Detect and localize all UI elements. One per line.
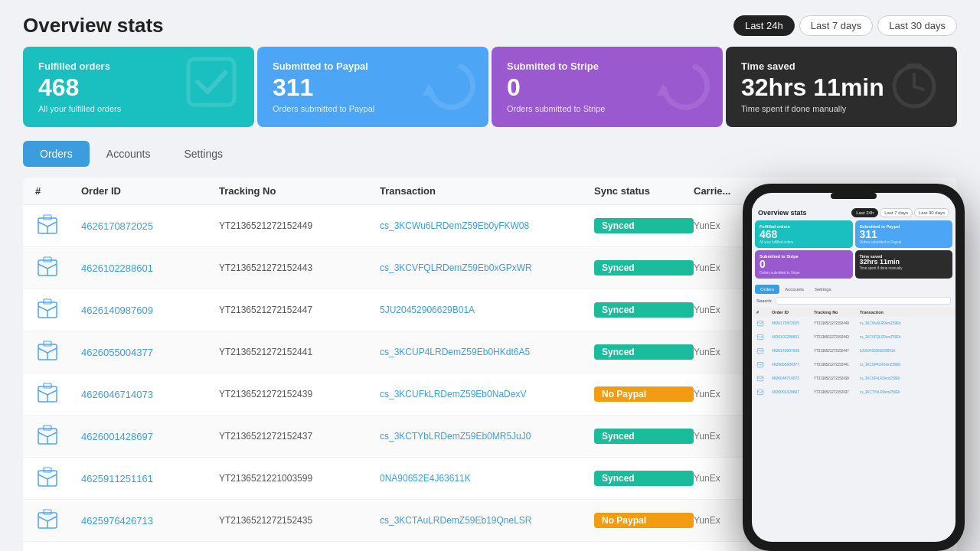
time-filter-30d[interactable]: Last 30 days bbox=[877, 15, 957, 36]
phone-col-trans: Transaction bbox=[860, 310, 951, 315]
transaction-id: cs_3KCTYbLRDemZ59Eb0MR5JuJ0 bbox=[380, 431, 594, 442]
tab-orders[interactable]: Orders bbox=[23, 141, 90, 167]
phone-outer: Overview stats Last 24h Last 7 days Last… bbox=[743, 184, 965, 551]
ph-row-tracking: YT2136521272152439 bbox=[814, 377, 860, 380]
ph-row-transaction: cs_3KCWu6LRDemZ59Eb bbox=[860, 321, 951, 325]
row-icon bbox=[35, 507, 81, 534]
tracking-no: YT2136521272152437 bbox=[219, 431, 380, 442]
ph-row-tracking: YT2136521272152449 bbox=[814, 321, 860, 325]
phone-stat-value-stripe: 0 bbox=[760, 259, 848, 270]
ph-row-order: 4626055004377 bbox=[772, 362, 814, 367]
phone-stat-time: Time saved 32hrs 11min Time spent if don… bbox=[855, 250, 953, 278]
refresh-icon-stripe bbox=[649, 51, 710, 123]
tracking-no: YT2136521272152439 bbox=[219, 389, 380, 399]
col-sync: Sync status bbox=[594, 185, 694, 197]
sync-badge: Synced bbox=[594, 302, 694, 318]
phone-search: Search: bbox=[752, 294, 956, 308]
phone-table-row: 4626055004377 YT2136521272152441 cs_3KCU… bbox=[752, 358, 956, 372]
order-link[interactable]: 4626140987609 bbox=[81, 305, 219, 316]
phone-search-input[interactable] bbox=[776, 297, 951, 305]
phone-search-label: Search: bbox=[756, 298, 773, 303]
phone-tab-accounts: Accounts bbox=[779, 285, 809, 294]
order-link[interactable]: 4626055004377 bbox=[81, 347, 219, 358]
ph-row-tracking: YT2136521272152437 bbox=[814, 390, 860, 394]
row-icon bbox=[35, 380, 81, 408]
order-link[interactable]: 4626001428697 bbox=[81, 431, 219, 442]
svg-rect-21 bbox=[44, 383, 51, 388]
time-filter-24h[interactable]: Last 24h bbox=[733, 15, 795, 36]
phone-header: Overview stats Last 24h Last 7 days Last… bbox=[752, 204, 956, 220]
ph-row-order: 4626102288601 bbox=[772, 334, 814, 339]
sync-badge: No Paypal bbox=[594, 386, 694, 402]
sync-badge: Synced bbox=[594, 218, 694, 233]
row-icon bbox=[35, 338, 81, 366]
ph-row-transaction: cs_3KCTYbLRDemZ59Eb bbox=[860, 390, 951, 394]
tab-accounts[interactable]: Accounts bbox=[90, 141, 168, 167]
timer-icon bbox=[884, 51, 945, 123]
transaction-id: cs_3KCUFkLRDemZ59Eb0NaDexV bbox=[380, 389, 594, 399]
phone-stat-desc-stripe: Orders submitted to Stripe bbox=[760, 271, 848, 275]
phone-stats: Fulfilled orders 468 All your fulfilled … bbox=[752, 220, 956, 282]
stat-card-fulfilled: Fulfilled orders 468 All your fulfilled … bbox=[23, 47, 254, 127]
order-link[interactable]: 4626046714073 bbox=[81, 389, 219, 400]
phone-table-row: 4626046714073 YT2136521272152439 cs_3KCU… bbox=[752, 372, 956, 386]
sync-badge: Synced bbox=[594, 260, 694, 276]
ph-row-icon bbox=[756, 319, 772, 328]
phone-table-row: 4626102288601 YT2136521272152443 cs_3KCV… bbox=[752, 331, 956, 344]
col-tracking: Tracking No bbox=[219, 185, 380, 197]
phone-stat-value-paypal: 311 bbox=[860, 229, 949, 240]
ph-row-order: 4626046714073 bbox=[772, 376, 814, 380]
tracking-no: YT2136521221003599 bbox=[219, 473, 380, 484]
col-transaction: Transaction bbox=[380, 185, 594, 197]
svg-marker-2 bbox=[657, 83, 669, 96]
svg-rect-27 bbox=[44, 468, 51, 472]
phone-notch bbox=[831, 193, 877, 199]
time-filter-group: Last 24h Last 7 days Last 30 days bbox=[733, 15, 957, 36]
order-link[interactable]: 4625976426713 bbox=[81, 515, 219, 527]
phone-time-filters: Last 24h Last 7 days Last 30 days bbox=[851, 208, 949, 217]
phone-col-tracking: Tracking No bbox=[814, 310, 860, 315]
tracking-no: YT2136521272152441 bbox=[219, 347, 380, 357]
phone-rows: 4626170872025 YT2136521272152449 cs_3KCW… bbox=[752, 317, 956, 399]
phone-stat-desc-time: Time spent if done manually bbox=[860, 266, 949, 270]
transaction-id: cs_3KCWu6LRDemZ59Eb0yFKW08 bbox=[380, 220, 594, 231]
transaction-id: cs_3KCTAuLRDemZ59Eb19QneLSR bbox=[380, 515, 594, 526]
ph-row-icon bbox=[756, 388, 772, 396]
row-icon bbox=[35, 254, 81, 282]
transaction-id: cs_3KCVFQL​RDemZ59Eb0xGPxWR bbox=[380, 262, 594, 273]
phone-time-24h: Last 24h bbox=[851, 208, 878, 217]
order-link[interactable]: 4626102288601 bbox=[81, 262, 219, 274]
sync-badge: Synced bbox=[594, 471, 694, 486]
check-icon bbox=[181, 51, 242, 123]
stat-card-paypal: Submitted to Paypal 311 Orders submitted… bbox=[257, 47, 488, 127]
page-wrapper: Overview stats Last 24h Last 7 days Last… bbox=[0, 0, 980, 551]
order-link[interactable]: 4625911251161 bbox=[81, 473, 219, 484]
ph-row-icon bbox=[756, 374, 772, 383]
ph-row-order: 4626001428697 bbox=[772, 390, 814, 394]
refresh-icon-paypal bbox=[415, 51, 476, 123]
ph-row-order: 4626140987609 bbox=[772, 348, 814, 353]
phone-stat-value-time: 32hrs 11min bbox=[860, 259, 949, 266]
phone-table-row: 4626170872025 YT2136521272152449 cs_3KCW… bbox=[752, 317, 956, 331]
ph-row-order: 4626170872025 bbox=[772, 321, 814, 325]
ph-row-tracking: YT2136521272152447 bbox=[814, 349, 860, 353]
ph-row-transaction: 5JU20452906629B01A bbox=[860, 349, 951, 353]
order-link[interactable]: 4626170872025 bbox=[81, 220, 219, 232]
sync-badge: Synced bbox=[594, 344, 694, 360]
ph-row-icon bbox=[756, 360, 772, 369]
tab-settings[interactable]: Settings bbox=[167, 141, 240, 167]
sync-badge: No Paypal bbox=[594, 513, 694, 528]
row-icon bbox=[35, 422, 81, 450]
page-header: Overview stats Last 24h Last 7 days Last… bbox=[0, 0, 980, 47]
time-filter-7d[interactable]: Last 7 days bbox=[799, 15, 874, 36]
ph-row-transaction: cs_3KCUFkLRDemZ59Eb bbox=[860, 377, 951, 380]
svg-rect-9 bbox=[44, 215, 51, 220]
svg-marker-1 bbox=[423, 83, 435, 96]
phone-tabs: Orders Accounts Settings bbox=[752, 282, 956, 294]
phone-time-7d: Last 7 days bbox=[880, 208, 913, 217]
phone-stat-desc-paypal: Orders submitted to Paypal bbox=[860, 240, 949, 244]
ph-row-transaction: cs_3KCUP4LRDemZ59Eb bbox=[860, 363, 951, 367]
ph-row-icon bbox=[756, 333, 772, 341]
tabs-bar: Orders Accounts Settings bbox=[0, 141, 980, 167]
phone-tab-orders: Orders bbox=[755, 285, 779, 294]
